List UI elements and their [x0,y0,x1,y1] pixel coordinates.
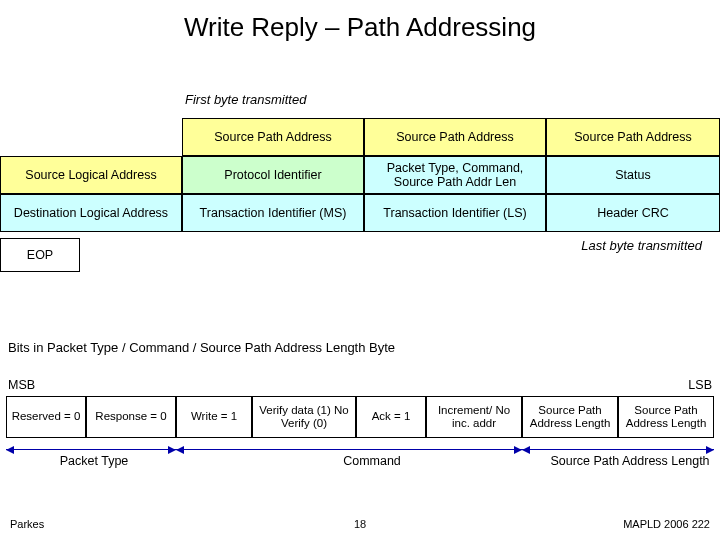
footer-page-number: 18 [0,518,720,530]
bit-fields-table: Reserved = 0 Response = 0 Write = 1 Veri… [6,396,714,438]
packet-cell: Protocol Identifier [182,156,364,194]
packet-cell: Source Path Address [546,118,720,156]
footer-conference: MAPLD 2006 222 [623,518,710,530]
msb-label: MSB [8,378,35,392]
bit-cell-spal-lo: Source Path Address Length [618,396,714,438]
bit-cell-ack: Ack = 1 [356,396,426,438]
packet-cell: Source Path Address [364,118,546,156]
bit-cell-spal-hi: Source Path Address Length [522,396,618,438]
bit-cell-write: Write = 1 [176,396,252,438]
packet-cell-empty [0,118,182,156]
packet-row-1: Source Logical Address Protocol Identifi… [0,156,720,194]
bit-cell-reserved: Reserved = 0 [6,396,86,438]
bit-cell-response: Response = 0 [86,396,176,438]
bits-section-title: Bits in Packet Type / Command / Source P… [8,340,395,355]
packet-cell: Packet Type, Command, Source Path Addr L… [364,156,546,194]
packet-row-0: Source Path Address Source Path Address … [0,118,720,156]
lsb-label: LSB [688,378,712,392]
page-title: Write Reply – Path Addressing [0,0,720,47]
bit-cell-increment: Increment/ No inc. addr [426,396,522,438]
packet-cell: Source Logical Address [0,156,182,194]
group-label-command: Command [312,454,432,468]
group-label-packet-type: Packet Type [34,454,154,468]
packet-cell: Status [546,156,720,194]
arrow-command [176,449,522,450]
arrow-packet-type [6,449,176,450]
first-byte-label: First byte transmitted [185,92,306,107]
packet-cell: Destination Logical Address [0,194,182,232]
packet-cell: Source Path Address [182,118,364,156]
bit-cell-verify: Verify data (1) No Verify (0) [252,396,356,438]
packet-cell: Transaction Identifier (MS) [182,194,364,232]
packet-cell: Transaction Identifier (LS) [364,194,546,232]
arrow-spal [522,449,714,450]
eop-cell: EOP [0,238,80,272]
packet-row-2: Destination Logical Address Transaction … [0,194,720,232]
group-label-spal: Source Path Address Length [540,454,720,468]
packet-cell: Header CRC [546,194,720,232]
last-byte-label: Last byte transmitted [581,238,702,253]
